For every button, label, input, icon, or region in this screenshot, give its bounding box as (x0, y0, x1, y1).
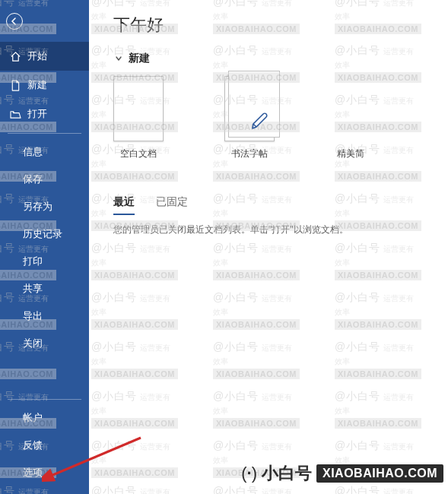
sidebar-item-account[interactable]: 帐户 (0, 404, 89, 432)
sidebar-item-open[interactable]: 打开 (0, 100, 89, 128)
sidebar-item-start[interactable]: 开始 (0, 42, 89, 71)
recent-disabled-message: 您的管理员已关闭最近文档列表。单击"打开"以浏览文档。 (113, 223, 448, 236)
back-arrow-icon (6, 13, 23, 30)
sidebar-primary-list: 开始 新建 打开 (0, 42, 89, 128)
sidebar-item-label: 帐户 (23, 412, 43, 423)
sidebar-item-label: 开始 (27, 49, 47, 63)
sidebar-item-label: 保存 (23, 173, 43, 185)
sidebar-item-feedback[interactable]: 反馈 (0, 432, 89, 459)
backstage-sidebar: 开始 新建 打开 信息 保存 另存为 历史记录 打印 共享 导出 (0, 0, 89, 494)
tab-label: 最近 (113, 195, 135, 207)
section-new-header[interactable]: 新建 (113, 52, 448, 65)
sidebar-bottom-list: 帐户 反馈 选项 (0, 404, 89, 486)
open-folder-icon (9, 108, 21, 120)
main-panel: 下午好 新建 空白文档 (89, 0, 448, 494)
section-new-label: 新建 (129, 52, 150, 65)
new-doc-icon (9, 79, 21, 91)
tab-label: 已固定 (156, 195, 188, 207)
template-calligraphy[interactable]: 书法字帖 (224, 76, 275, 160)
home-icon (9, 50, 21, 62)
sidebar-item-label: 打印 (23, 255, 43, 267)
app-root: 开始 新建 打开 信息 保存 另存为 历史记录 打印 共享 导出 (0, 0, 448, 494)
blank-doc-thumb (113, 76, 164, 141)
template-gallery: 空白文档 书法字帖 精美简 (113, 76, 448, 160)
pen-icon (249, 112, 269, 135)
sidebar-item-export[interactable]: 导出 (0, 302, 89, 330)
chevron-down-icon (113, 53, 124, 64)
template-label: 书法字帖 (231, 147, 268, 160)
sidebar-secondary-list: 信息 保存 另存为 历史记录 打印 共享 导出 关闭 (0, 138, 89, 357)
sidebar-item-label: 共享 (23, 283, 43, 294)
calligraphy-thumb (224, 76, 275, 141)
back-button[interactable] (0, 0, 89, 42)
sidebar-item-label: 历史记录 (23, 228, 62, 239)
sidebar-item-label: 关闭 (23, 337, 43, 349)
sidebar-divider (8, 399, 81, 400)
sidebar-item-save[interactable]: 保存 (0, 166, 89, 193)
template-blank[interactable]: 空白文档 (113, 76, 164, 160)
template-resume[interactable]: 精美简 (335, 76, 366, 160)
greeting-heading: 下午好 (113, 14, 448, 36)
template-label: 精美简 (337, 147, 364, 160)
sidebar-item-label: 打开 (27, 107, 47, 121)
sidebar-item-options[interactable]: 选项 (0, 459, 89, 486)
sidebar-item-new[interactable]: 新建 (0, 71, 89, 100)
sidebar-item-label: 另存为 (23, 201, 52, 212)
template-label: 空白文档 (120, 147, 157, 160)
sidebar-item-label: 反馈 (23, 439, 43, 451)
sidebar-item-label: 导出 (23, 310, 43, 321)
sidebar-item-share[interactable]: 共享 (0, 275, 89, 302)
recent-tabs: 最近 已固定 (113, 195, 448, 216)
sidebar-divider (8, 133, 81, 134)
sidebar-item-print[interactable]: 打印 (0, 248, 89, 275)
tab-pinned[interactable]: 已固定 (156, 195, 188, 215)
sidebar-item-label: 信息 (23, 146, 43, 157)
tab-recent[interactable]: 最近 (113, 195, 135, 215)
sidebar-item-saveas[interactable]: 另存为 (0, 193, 89, 220)
sidebar-item-history[interactable]: 历史记录 (0, 220, 89, 248)
sidebar-item-label: 选项 (23, 467, 43, 478)
sidebar-item-info[interactable]: 信息 (0, 138, 89, 166)
sidebar-item-close[interactable]: 关闭 (0, 330, 89, 357)
sidebar-item-label: 新建 (27, 78, 47, 92)
